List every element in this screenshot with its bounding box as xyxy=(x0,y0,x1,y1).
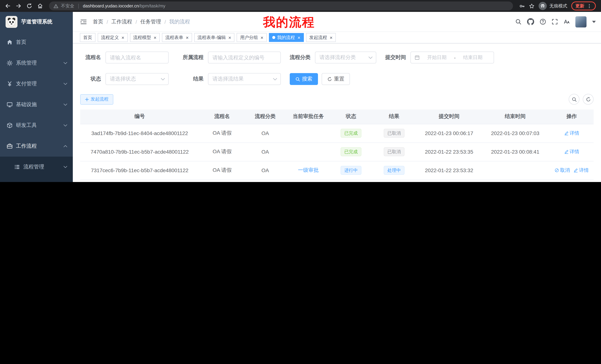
tab-close-icon[interactable]: × xyxy=(330,35,332,40)
bookmark-star-icon[interactable] xyxy=(529,3,534,9)
category-select[interactable]: 请选择流程分类 xyxy=(315,52,376,63)
tab-close-icon[interactable]: × xyxy=(186,35,189,40)
result-select[interactable]: 请选择流结果 xyxy=(208,73,281,85)
cell-process-name: OA 请假 xyxy=(199,180,245,182)
sidebar-item-workflow[interactable]: 工作流程 xyxy=(0,136,73,157)
sidebar-item-task-management[interactable]: 任务管理 xyxy=(0,177,73,182)
github-icon[interactable] xyxy=(527,18,534,25)
breadcrumb-item[interactable]: 工作流程 xyxy=(111,18,132,25)
page-url: dashboard.yudao.iocoder.cn/bpm/task/my xyxy=(83,3,165,9)
cell-category: OA xyxy=(245,143,285,161)
forward-button[interactable] xyxy=(14,1,23,11)
search-button[interactable]: 搜索 xyxy=(290,73,318,85)
show-search-button[interactable] xyxy=(569,94,580,105)
category-label: 流程分类 xyxy=(290,54,311,61)
owner-process-input[interactable] xyxy=(208,52,281,63)
chevron-down-icon[interactable] xyxy=(592,21,596,23)
cell-result: 已取消 xyxy=(371,124,418,143)
cancel-link[interactable]: 取消 xyxy=(555,167,570,174)
sidebar-item-payment-management[interactable]: 支付管理 xyxy=(0,74,73,94)
submit-time-range-picker[interactable]: 开始日期 - 结束日期 xyxy=(411,52,494,63)
search-icon[interactable] xyxy=(515,19,521,25)
sidebar-item-dev-tools[interactable]: 研发工具 xyxy=(0,115,73,136)
status-select[interactable]: 请选择状态 xyxy=(105,73,169,85)
tab-label: 流程表单 xyxy=(165,34,183,41)
column-header: 操作 xyxy=(550,109,594,124)
refresh-icon xyxy=(586,97,591,102)
screen: 不安全 dashboard.yudao.iocoder.cn/bpm/task/… xyxy=(0,0,601,182)
tab-close-icon[interactable]: × xyxy=(229,35,231,40)
search-icon xyxy=(295,77,300,81)
tab-我的流程[interactable]: 我的流程× xyxy=(269,33,304,42)
cell-status: 已完成 xyxy=(331,180,371,182)
back-button[interactable] xyxy=(3,1,13,11)
cell-current-task xyxy=(285,124,331,143)
create-process-button[interactable]: 发起流程 xyxy=(80,94,113,105)
sidebar-item-system-management[interactable]: 系统管理 xyxy=(0,53,73,74)
app-logo[interactable]: 芋道管理系统 xyxy=(0,12,73,32)
result-placeholder: 请选择流结果 xyxy=(212,76,244,82)
sidebar-item-process-management[interactable]: 流程管理 xyxy=(0,157,73,177)
sidebar-item-infrastructure[interactable]: 基础设施 xyxy=(0,94,73,115)
cell-submit-time: 2022-01-22 23:53:35 xyxy=(418,143,481,161)
tab-流程模型[interactable]: 流程模型× xyxy=(130,33,160,42)
tab-发起流程[interactable]: 发起流程× xyxy=(306,33,336,42)
reload-button[interactable] xyxy=(25,1,34,11)
refresh-table-button[interactable] xyxy=(583,94,594,105)
cell-status: 已完成 xyxy=(331,143,371,161)
column-header: 提交时间 xyxy=(418,109,481,124)
incognito-icon xyxy=(540,3,545,9)
hamburger-icon[interactable] xyxy=(80,18,87,25)
tab-close-icon[interactable]: × xyxy=(298,35,300,40)
avatar[interactable] xyxy=(575,16,587,27)
tab-流程定义[interactable]: 流程定义× xyxy=(98,33,128,42)
browser-menu-icon[interactable] xyxy=(587,3,592,8)
process-name-label: 流程名 xyxy=(80,54,101,61)
detail-link[interactable]: 详情 xyxy=(564,148,579,155)
url-path: /bpm/task/my xyxy=(139,3,165,9)
column-header: 编号 xyxy=(80,109,199,124)
cell-current-task: 一级审批 xyxy=(285,161,331,180)
tab-close-icon[interactable]: × xyxy=(260,35,263,40)
font-size-icon[interactable] xyxy=(563,19,570,25)
address-bar[interactable]: 不安全 dashboard.yudao.iocoder.cn/bpm/task/… xyxy=(49,1,513,10)
breadcrumb-item[interactable]: 首页 xyxy=(93,18,103,25)
table-row: 2152467e-7b9b-11ec-9a1b-acde48001122OA 请… xyxy=(80,180,594,182)
fullscreen-icon[interactable] xyxy=(551,19,558,25)
cell-end-time: 2022-01-23 00:08:41 xyxy=(481,143,550,161)
status-label: 状态 xyxy=(80,76,101,82)
browser-update-button[interactable]: 更新 xyxy=(571,1,596,10)
browser-chrome: 不安全 dashboard.yudao.iocoder.cn/bpm/task/… xyxy=(0,0,601,12)
cell-actions: 详情 xyxy=(550,143,594,161)
tab-close-icon[interactable]: × xyxy=(154,35,156,40)
current-task-link[interactable]: 一级审批 xyxy=(298,167,319,173)
detail-link[interactable]: 详情 xyxy=(573,167,589,174)
detail-link[interactable]: 详情 xyxy=(564,130,579,136)
tab-label: 流程表单-编辑 xyxy=(198,34,226,41)
tab-流程表单[interactable]: 流程表单× xyxy=(162,33,192,42)
breadcrumb: 首页/工作流程/任务管理/我的流程 xyxy=(93,18,190,25)
sidebar-item-label: 基础设施 xyxy=(16,101,37,108)
sidebar-item-home[interactable]: 首页 xyxy=(0,32,73,53)
process-name-input[interactable] xyxy=(105,52,169,63)
list-icon xyxy=(14,164,20,170)
cell-actions: 详情 xyxy=(550,180,594,182)
help-icon[interactable] xyxy=(540,19,546,25)
tab-close-icon[interactable]: × xyxy=(121,35,124,40)
tab-label: 我的流程 xyxy=(277,34,295,41)
tab-用户分组[interactable]: 用户分组× xyxy=(237,33,267,42)
reset-button[interactable]: 重置 xyxy=(322,73,350,85)
tab-首页[interactable]: 首页 xyxy=(80,33,95,42)
sidebar: 芋道管理系统 首页系统管理支付管理基础设施研发工具工作流程流程管理任务管理我的流… xyxy=(0,12,73,182)
breadcrumb-item[interactable]: 任务管理 xyxy=(140,18,161,25)
table-row: 7470a810-7b9b-11ec-b5b7-acde48001122OA 请… xyxy=(80,143,594,161)
tab-流程表单-编辑[interactable]: 流程表单-编辑× xyxy=(194,33,235,42)
column-header: 状态 xyxy=(331,109,371,124)
cell-id: 7470a810-7b9b-11ec-b5b7-acde48001122 xyxy=(80,143,199,161)
key-icon[interactable] xyxy=(519,3,525,9)
gear-icon xyxy=(7,60,13,66)
url-domain: dashboard.yudao.iocoder.cn xyxy=(83,3,139,9)
browser-home-button[interactable] xyxy=(35,1,45,11)
warning-icon xyxy=(53,3,58,8)
chevron-down-icon xyxy=(369,56,372,59)
